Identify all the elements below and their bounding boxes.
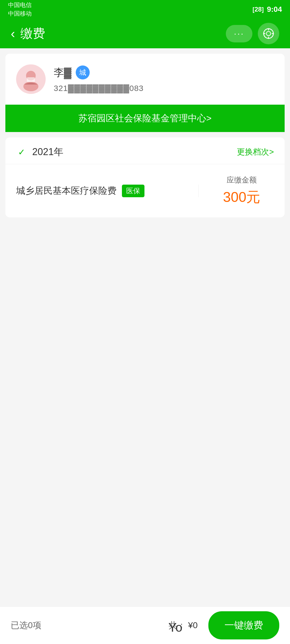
org-label: 苏宿园区社会保险基金管理中心> [78, 112, 212, 125]
user-name-row: 李▓ 城 [54, 65, 274, 79]
carrier1-label: 中国电信 [8, 1, 32, 9]
amount-label: 应缴金额 [227, 175, 257, 185]
org-banner[interactable]: 苏宿园区社会保险基金管理中心> [5, 105, 285, 132]
bottom-bar: 已选0项 共： ¥0 一键缴费 [0, 606, 290, 644]
svg-point-1 [266, 31, 271, 36]
user-info: 李▓ 城 321▓▓▓▓▓▓▓▓▓▓083 [54, 65, 274, 93]
battery-label: [28] [253, 6, 264, 13]
insurance-name: 城乡居民基本医疗保险费 [16, 185, 117, 197]
insurance-content: 城乡居民基本医疗保险费 医保 应缴金额 300元 [5, 164, 285, 217]
scan-button[interactable] [258, 23, 279, 44]
back-button[interactable]: ‹ 缴费 [11, 25, 45, 42]
back-arrow-icon: ‹ [11, 27, 15, 40]
nav-actions: ··· [226, 23, 279, 44]
year-label: 2021年 [32, 145, 63, 159]
carrier2-label: 中国移动 [8, 10, 32, 18]
amount-value: 300元 [223, 188, 260, 207]
selected-count: 已选0项 [11, 620, 169, 631]
total-value: ¥0 [188, 620, 198, 630]
insurance-header-left: ✓ 2021年 [16, 145, 63, 159]
user-avatar [16, 64, 46, 94]
user-name: 李▓ [54, 66, 71, 79]
user-id: 321▓▓▓▓▓▓▓▓▓▓083 [54, 84, 274, 93]
status-right: [28] 9:04 [253, 5, 282, 14]
nav-bar: ‹ 缴费 ··· [0, 19, 290, 48]
avatar-icon [19, 67, 43, 91]
insurance-right: 应缴金额 300元 [199, 175, 274, 207]
time-label: 9:04 [267, 5, 282, 14]
check-mark-icon: ✓ [16, 147, 27, 158]
yo-label: Yo [168, 620, 182, 635]
insurance-left: 城乡居民基本医疗保险费 医保 [16, 185, 199, 197]
user-badge: 城 [76, 65, 90, 79]
pay-button[interactable]: 一键缴费 [208, 611, 279, 639]
page-title: 缴费 [20, 25, 45, 42]
insurance-section: ✓ 2021年 更换档次> 城乡居民基本医疗保险费 医保 应缴金额 300元 [5, 137, 285, 217]
carrier-info: 中国电信 中国移动 [8, 1, 32, 18]
scan-icon [262, 27, 275, 40]
change-level-button[interactable]: 更换档次> [237, 147, 274, 158]
status-bar: 中国电信 中国移动 [28] 9:04 [0, 0, 290, 19]
more-button[interactable]: ··· [226, 25, 252, 42]
svg-rect-8 [27, 77, 35, 82]
insurance-header: ✓ 2021年 更换档次> [5, 137, 285, 164]
medical-tag: 医保 [122, 185, 144, 197]
user-card: 李▓ 城 321▓▓▓▓▓▓▓▓▓▓083 [5, 54, 285, 105]
